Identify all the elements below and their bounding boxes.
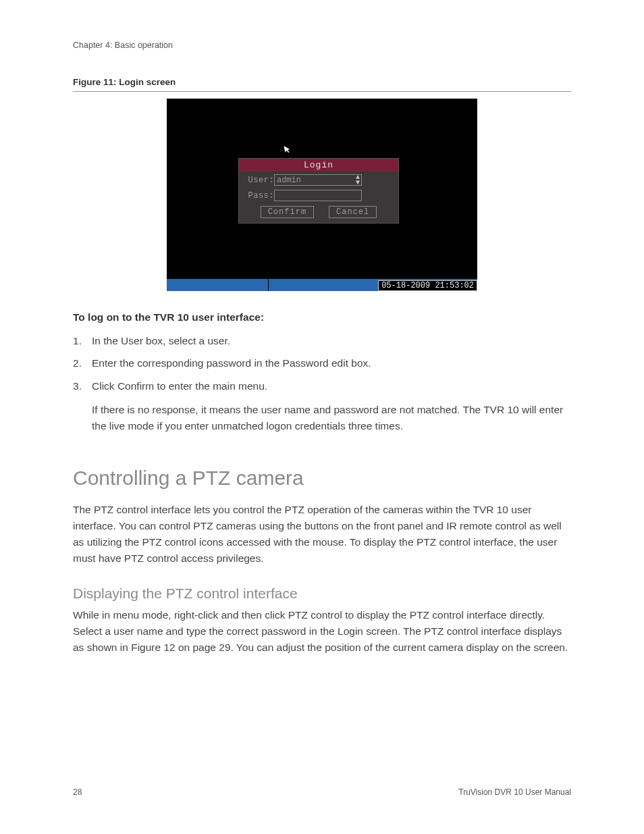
status-divider (268, 279, 269, 291)
pass-label: Pass: (246, 191, 274, 201)
section-body: The PTZ control interface lets you contr… (73, 502, 571, 567)
pass-input[interactable] (274, 190, 362, 201)
login-screenshot: Login User: admin ▲▼ Pass: Confirm Cance… (167, 99, 477, 291)
figure-rule (73, 91, 571, 92)
step-item: Enter the corresponding password in the … (73, 355, 571, 371)
chapter-header: Chapter 4: Basic operation (73, 41, 571, 50)
instruction-steps: In the User box, select a user. Enter th… (73, 333, 571, 434)
step-item: Click Confirm to enter the main menu. If… (73, 378, 571, 434)
login-dialog-title: Login (239, 159, 398, 172)
instructions-lead: To log on to the TVR 10 user interface: (73, 311, 571, 323)
confirm-button[interactable]: Confirm (261, 206, 314, 218)
status-timestamp: 05-18-2009 21:53:02 (378, 280, 477, 291)
cursor-icon (283, 144, 292, 157)
page-footer: 28 TruVision DVR 10 User Manual (73, 787, 571, 797)
page-number: 28 (73, 787, 82, 797)
login-dialog: Login User: admin ▲▼ Pass: Confirm Cance… (238, 158, 399, 224)
section-heading: Controlling a PTZ camera (73, 467, 571, 490)
subsection-body: While in menu mode, right-click and then… (73, 607, 571, 656)
user-value: admin (277, 176, 301, 185)
step-item: In the User box, select a user. (73, 333, 571, 348)
spinner-icon[interactable]: ▲▼ (356, 175, 360, 186)
manual-title: TruVision DVR 10 User Manual (458, 787, 571, 797)
cancel-button[interactable]: Cancel (329, 206, 377, 218)
user-select[interactable]: admin ▲▼ (274, 174, 362, 186)
user-label: User: (246, 176, 274, 185)
step-note: If there is no response, it means the us… (92, 402, 571, 434)
subsection-heading: Displaying the PTZ control interface (73, 585, 571, 602)
figure-caption: Figure 11: Login screen (73, 77, 571, 87)
